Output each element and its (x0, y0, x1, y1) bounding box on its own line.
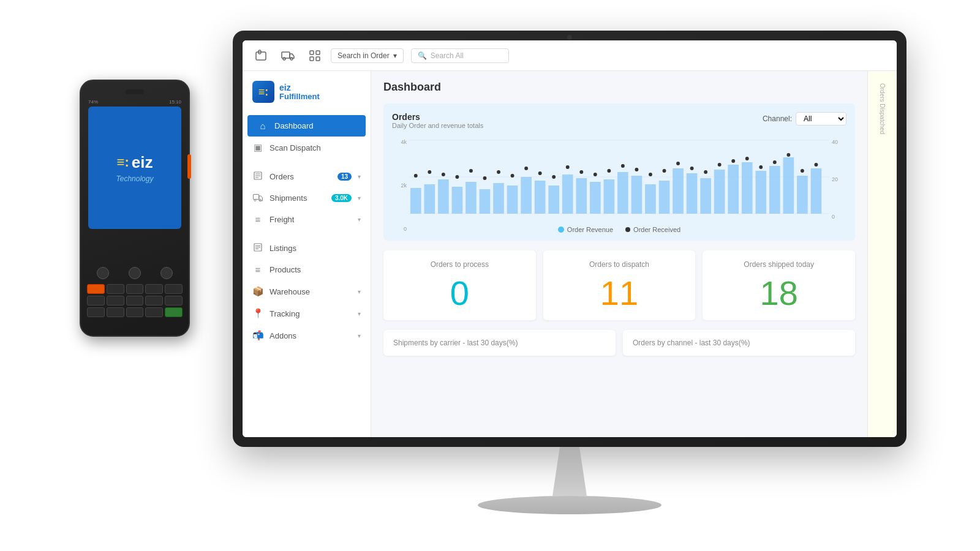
svg-point-52 (414, 174, 418, 178)
nav-back-button[interactable] (97, 267, 109, 279)
sidebar-item-products[interactable]: ≡ Products (243, 259, 371, 280)
svg-point-66 (607, 169, 611, 173)
key-5[interactable] (107, 296, 124, 305)
sidebar-item-scan-dispatch[interactable]: ▣ Scan Dispatch (243, 137, 371, 159)
svg-rect-22 (410, 188, 421, 214)
legend-received-icon (625, 227, 630, 232)
scan-icon[interactable] (306, 47, 323, 64)
svg-rect-44 (714, 170, 725, 214)
y-axis-right: 40200 (829, 134, 846, 232)
orders-by-channel-label: Orders by channel - last 30 days(%) (633, 339, 750, 347)
key-1[interactable] (107, 284, 124, 294)
svg-rect-25 (452, 187, 463, 214)
svg-point-54 (442, 173, 445, 176)
right-panel-label: Orders Dispatched (879, 83, 886, 134)
key-8[interactable] (165, 296, 183, 305)
sidebar-item-freight[interactable]: ≡ Freight ▾ (243, 209, 371, 230)
svg-rect-36 (604, 179, 615, 214)
svg-rect-38 (631, 176, 643, 214)
nav-recent-button[interactable] (160, 267, 173, 279)
sidebar-label-dashboard: Dashboard (274, 121, 356, 130)
svg-rect-48 (769, 166, 780, 214)
sidebar-item-listings[interactable]: Listings (243, 238, 371, 259)
orders-chevron: ▾ (358, 173, 361, 180)
stat-value-0: 0 (393, 276, 526, 310)
chart-area: 4k2k0 (392, 134, 846, 232)
svg-point-71 (676, 162, 680, 165)
side-button[interactable] (187, 154, 191, 179)
channel-select[interactable]: All Amazon eBay Shopify (796, 112, 846, 126)
logo-icon: ≡: (252, 81, 274, 103)
sidebar-item-dashboard[interactable]: ⌂ Dashboard (247, 115, 366, 137)
orders-nav-icon (252, 171, 263, 182)
key-9[interactable] (87, 307, 105, 317)
svg-rect-51 (811, 168, 822, 214)
stat-label-2: Orders shipped today (712, 260, 845, 269)
key-fn[interactable] (87, 284, 105, 294)
svg-point-76 (745, 157, 749, 160)
sidebar-divider-2 (243, 230, 371, 238)
legend-revenue: Order Revenue (558, 226, 613, 233)
sidebar-item-addons[interactable]: 📬 Addons ▾ (243, 324, 371, 347)
key-3[interactable] (145, 284, 163, 294)
key-7[interactable] (145, 296, 163, 305)
sidebar-label-listings: Listings (270, 244, 361, 253)
channel-label: Channel: (763, 114, 792, 123)
right-panel-snippet: Orders Dispatched (867, 71, 897, 437)
search-all-input[interactable]: 🔍 Search All (411, 48, 509, 63)
key-4[interactable] (87, 296, 105, 305)
logo-fulfillment: Fulfillment (279, 92, 320, 101)
handheld-logo: ≡: eiz (117, 153, 153, 172)
sidebar-label-tracking: Tracking (270, 309, 352, 318)
stat-card-orders-to-process: Orders to process 0 (383, 250, 536, 320)
key-6[interactable] (126, 296, 144, 305)
svg-rect-32 (548, 186, 559, 214)
key-bksp[interactable] (165, 284, 183, 294)
svg-point-80 (801, 169, 804, 173)
key-2[interactable] (126, 284, 144, 294)
key-space[interactable] (145, 307, 163, 317)
chart-header: Orders Daily Order and revenue totals Ch… (392, 112, 846, 129)
key-dot[interactable] (126, 307, 144, 317)
search-in-order-dropdown[interactable]: Search in Order ▾ (331, 48, 404, 63)
nav-home-button[interactable] (129, 267, 141, 279)
logo-text: eiz Fulfillment (279, 83, 320, 101)
svg-rect-6 (310, 57, 314, 61)
keypad (87, 267, 183, 317)
svg-point-79 (786, 153, 790, 157)
svg-point-3 (290, 58, 293, 60)
sidebar-label-warehouse: Warehouse (270, 287, 352, 296)
scan-dispatch-icon: ▣ (252, 142, 263, 153)
svg-point-75 (731, 159, 735, 163)
stat-value-1: 11 (553, 276, 686, 310)
top-nav: Search in Order ▾ 🔍 Search All (243, 40, 897, 71)
content-area: Dashboard Orders Daily Order and revenue… (371, 71, 867, 437)
svg-rect-5 (316, 51, 320, 54)
freight-icon: ≡ (252, 214, 263, 225)
truck-icon[interactable] (279, 47, 296, 64)
handheld-body: 74%15:10 ≡: eiz Technology (80, 80, 190, 337)
svg-point-78 (773, 160, 777, 164)
sidebar-item-warehouse[interactable]: 📦 Warehouse ▾ (243, 280, 371, 302)
key-0[interactable] (107, 307, 124, 317)
chart-subtitle: Daily Order and revenue totals (392, 122, 483, 129)
handheld-screen: ≡: eiz Technology (88, 107, 181, 229)
products-icon: ≡ (252, 264, 263, 275)
warehouse-chevron: ▾ (358, 288, 361, 295)
svg-point-64 (579, 170, 583, 174)
chart-card: Orders Daily Order and revenue totals Ch… (383, 103, 855, 241)
sidebar-label-addons: Addons (270, 331, 352, 340)
y-axis-left: 4k2k0 (392, 134, 409, 232)
sidebar-label-freight: Freight (270, 215, 352, 224)
orders-icon[interactable] (252, 47, 270, 64)
legend-received: Order Received (625, 226, 680, 233)
key-enter[interactable] (165, 307, 183, 317)
svg-point-63 (566, 165, 570, 169)
svg-point-73 (704, 170, 707, 174)
nav-icons-group (252, 47, 323, 64)
sidebar-item-orders[interactable]: Orders 13 ▾ (243, 166, 371, 187)
sidebar-item-shipments[interactable]: Shipments 3.0K ▾ (243, 187, 371, 209)
shipments-by-carrier-label: Shipments by carrier - last 30 days(%) (393, 339, 518, 347)
svg-point-14 (260, 200, 262, 201)
sidebar-item-tracking[interactable]: 📍 Tracking ▾ (243, 302, 371, 324)
